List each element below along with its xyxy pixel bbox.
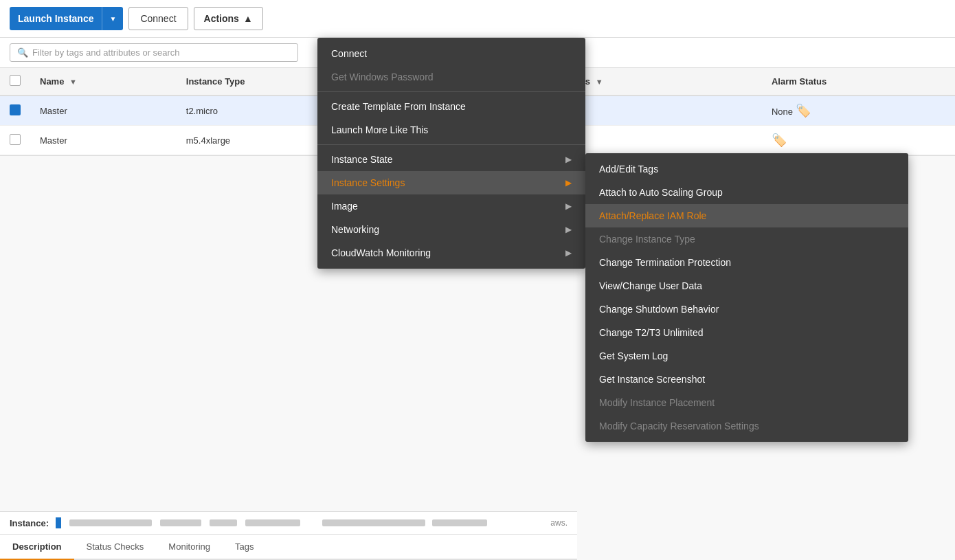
menu-item-get-windows-password: Get Windows Password (317, 65, 585, 89)
actions-button[interactable]: Actions ▲ (194, 7, 263, 30)
menu-item-get-instance-screenshot[interactable]: Get Instance Screenshot (585, 368, 908, 391)
menu-item-add-edit-tags[interactable]: Add/Edit Tags (585, 157, 908, 181)
selected-checkbox (10, 104, 21, 115)
alarm-icon-2: 🏷️ (772, 133, 787, 147)
tab-tags[interactable]: Tags (223, 535, 266, 560)
row-name-2: Master (30, 126, 177, 155)
instance-id-bar: Instance: aws. (0, 512, 577, 535)
menu-item-view-change-user-data[interactable]: View/Change User Data (585, 274, 908, 298)
row-name-1: Master (30, 96, 177, 126)
instance-id-redacted (69, 519, 152, 526)
menu-divider-1 (317, 91, 585, 92)
menu-item-instance-state[interactable]: Instance State ▶ (317, 148, 585, 171)
submenu-arrow-instance-settings: ▶ (565, 178, 572, 188)
search-input-wrap[interactable]: 🔍 Filter by tags and attributes or searc… (10, 43, 298, 62)
menu-item-change-shutdown-behavior[interactable]: Change Shutdown Behavior (585, 298, 908, 321)
tab-status-checks[interactable]: Status Checks (74, 535, 157, 560)
menu-item-modify-instance-placement: Modify Instance Placement (585, 391, 908, 414)
instance-id-redacted-2 (160, 519, 201, 526)
menu-item-image[interactable]: Image ▶ (317, 194, 585, 218)
menu-item-modify-capacity-reservation: Modify Capacity Reservation Settings (585, 414, 908, 438)
launch-instance-label: Launch Instance (10, 7, 102, 30)
instance-detail-2 (432, 519, 487, 526)
instance-details-redacted (321, 518, 488, 528)
toolbar: Launch Instance ▼ Connect Actions ▲ (0, 0, 955, 38)
alarm-icon-1: 🏷️ (796, 104, 811, 117)
menu-item-attach-asg[interactable]: Attach to Auto Scaling Group (585, 181, 908, 204)
instance-label: Instance: (10, 518, 49, 528)
name-sort-icon: ▼ (69, 78, 77, 86)
dropdown-container: Connect Get Windows Password Create Temp… (317, 38, 585, 269)
row-alarm-status-2: 🏷️ (762, 126, 955, 155)
submenu-arrow-networking: ▶ (565, 225, 572, 234)
header-alarm-status: Alarm Status (762, 68, 955, 96)
bottom-panel: Instance: aws. Description Status Checks… (0, 511, 577, 560)
menu-item-get-system-log[interactable]: Get System Log (585, 344, 908, 368)
tab-description[interactable]: Description (0, 535, 74, 560)
instance-detail-end: aws. (550, 518, 568, 528)
secondary-menu-instance-settings: Add/Edit Tags Attach to Auto Scaling Gro… (585, 153, 908, 442)
menu-item-connect[interactable]: Connect (317, 42, 585, 65)
menu-item-change-termination-protection[interactable]: Change Termination Protection (585, 251, 908, 274)
menu-item-attach-iam[interactable]: Attach/Replace IAM Role (585, 204, 908, 227)
header-name[interactable]: Name ▼ (30, 68, 177, 96)
menu-item-change-instance-type: Change Instance Type (585, 227, 908, 251)
select-all-checkbox[interactable] (10, 75, 21, 86)
actions-label: Actions (204, 13, 239, 24)
launch-instance-dropdown-arrow[interactable]: ▼ (102, 7, 123, 30)
row-checkbox-2[interactable] (0, 126, 30, 155)
row-alarm-status-1: None 🏷️ (762, 96, 955, 126)
status-checks-filter-icon: ▼ (596, 78, 603, 86)
unselected-checkbox (10, 134, 21, 145)
actions-chevron-icon: ▲ (243, 13, 253, 24)
connect-button[interactable]: Connect (128, 7, 188, 30)
instance-id-redacted-4 (245, 519, 300, 526)
search-icon: 🔍 (17, 47, 28, 58)
submenu-arrow-instance-state: ▶ (565, 155, 572, 164)
search-placeholder: Filter by tags and attributes or search (32, 47, 180, 58)
instance-id-redacted-3 (210, 519, 237, 526)
menu-item-change-t2-t3-unlimited[interactable]: Change T2/T3 Unlimited (585, 321, 908, 344)
menu-divider-2 (317, 144, 585, 145)
instance-detail-1 (322, 519, 425, 526)
launch-instance-button[interactable]: Launch Instance ▼ (10, 7, 123, 30)
tabs-row: Description Status Checks Monitoring Tag… (0, 535, 577, 560)
submenu-arrow-image: ▶ (565, 201, 572, 211)
menu-item-cloudwatch[interactable]: CloudWatch Monitoring ▶ (317, 241, 585, 265)
header-checkbox[interactable] (0, 68, 30, 96)
menu-item-networking[interactable]: Networking ▶ (317, 218, 585, 241)
primary-menu: Connect Get Windows Password Create Temp… (317, 38, 585, 269)
row-checkbox-1[interactable] (0, 96, 30, 126)
menu-item-instance-settings[interactable]: Instance Settings ▶ (317, 171, 585, 194)
menu-item-create-template[interactable]: Create Template From Instance (317, 95, 585, 118)
instance-id-cursor (56, 517, 61, 528)
tab-monitoring[interactable]: Monitoring (156, 535, 223, 560)
submenu-arrow-cloudwatch: ▶ (565, 248, 572, 258)
menu-item-launch-more[interactable]: Launch More Like This (317, 118, 585, 142)
